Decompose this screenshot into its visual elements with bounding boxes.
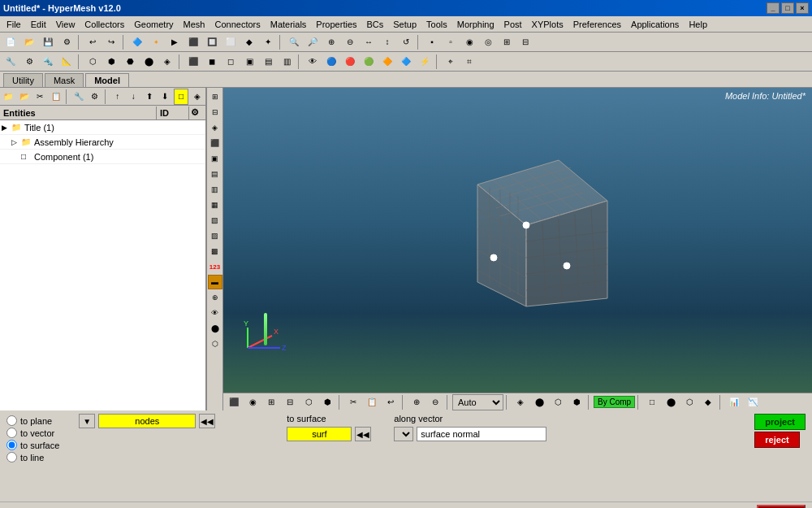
tb-btn-15[interactable]: 🔍 bbox=[285, 34, 303, 50]
tb2-btn-20[interactable]: 🔶 bbox=[378, 54, 396, 70]
tb2-btn-11[interactable]: ◼ bbox=[203, 54, 221, 70]
menu-collectors[interactable]: Collectors bbox=[80, 18, 129, 31]
tb-btn-16[interactable]: 🔎 bbox=[304, 34, 322, 50]
vt-btn-6[interactable]: ▤ bbox=[208, 167, 222, 181]
menu-mesh[interactable]: Mesh bbox=[179, 18, 210, 31]
tb-btn-7[interactable]: 🔷 bbox=[128, 34, 146, 50]
tb-btn-8[interactable]: 🔸 bbox=[147, 34, 165, 50]
vt-btn-12[interactable]: 123 bbox=[208, 259, 222, 274]
vt-btn-11[interactable]: ▩ bbox=[208, 244, 222, 258]
tb-btn-13[interactable]: ◆ bbox=[240, 34, 258, 50]
vt-btn-3[interactable]: ◈ bbox=[208, 120, 222, 135]
tb-btn-20[interactable]: ↕ bbox=[378, 34, 396, 50]
vt-btn-8[interactable]: ▦ bbox=[208, 198, 222, 212]
maximize-btn[interactable]: □ bbox=[781, 2, 794, 14]
tab-mask[interactable]: Mask bbox=[45, 73, 84, 87]
viewport-canvas[interactable] bbox=[223, 88, 812, 410]
tb-btn-4[interactable]: ⚙ bbox=[58, 34, 76, 50]
vt-btn-9[interactable]: ▧ bbox=[208, 213, 222, 228]
tb2-btn-2[interactable]: ⚙ bbox=[20, 54, 38, 70]
minimize-btn[interactable]: _ bbox=[767, 2, 780, 14]
tab-model[interactable]: Model bbox=[85, 73, 129, 87]
tb2-btn-13[interactable]: ▣ bbox=[240, 54, 258, 70]
tree-expand-title[interactable]: ▶ bbox=[2, 124, 11, 132]
nodes-nav-btn[interactable]: ◀◀ bbox=[199, 414, 215, 428]
tb2-btn-7[interactable]: ⬣ bbox=[121, 54, 139, 70]
vp-tb-btn-16[interactable]: □ bbox=[643, 394, 661, 410]
tb2-btn-4[interactable]: 📐 bbox=[58, 54, 76, 70]
vt-btn-5[interactable]: ▣ bbox=[208, 151, 222, 166]
tb2-btn-1[interactable]: 🔧 bbox=[2, 54, 19, 70]
menu-preferences[interactable]: Preferences bbox=[568, 18, 626, 31]
menu-help[interactable]: Help bbox=[684, 18, 712, 31]
vp-tb-btn-1[interactable]: ⬛ bbox=[225, 394, 243, 410]
tb-btn-6[interactable]: ↪ bbox=[102, 34, 120, 50]
tb2-btn-12[interactable]: ◻ bbox=[222, 54, 240, 70]
vp-tb-btn-15[interactable]: ⬢ bbox=[568, 394, 585, 410]
vt-btn-13[interactable]: ▬ bbox=[208, 275, 222, 289]
open-btn[interactable]: 📂 bbox=[20, 34, 38, 50]
tb2-btn-23[interactable]: ⌖ bbox=[442, 54, 460, 70]
lt-btn-1[interactable]: 📁 bbox=[1, 89, 16, 105]
menu-view[interactable]: View bbox=[51, 18, 80, 31]
menu-applications[interactable]: Applications bbox=[626, 18, 684, 31]
tb-btn-18[interactable]: ⊖ bbox=[341, 34, 359, 50]
project-btn[interactable]: project bbox=[754, 414, 806, 430]
lt-btn-11[interactable]: □ bbox=[174, 89, 189, 105]
tb-btn-9[interactable]: ▶ bbox=[166, 34, 184, 50]
vp-tb-btn-8[interactable]: 📋 bbox=[363, 394, 381, 410]
vt-btn-7[interactable]: ▥ bbox=[208, 182, 222, 197]
radio-line-input[interactable] bbox=[6, 452, 17, 462]
menu-tools[interactable]: Tools bbox=[421, 18, 452, 31]
lt-btn-7[interactable]: ↑ bbox=[110, 89, 125, 105]
tb-btn-24[interactable]: ◉ bbox=[460, 34, 478, 50]
reject-btn[interactable]: reject bbox=[754, 432, 799, 448]
vt-btn-1[interactable]: ⊞ bbox=[208, 89, 222, 104]
tree-row-title[interactable]: ▶ 📁 Title (1) bbox=[0, 120, 205, 135]
tb2-btn-22[interactable]: ⚡ bbox=[416, 54, 434, 70]
tree-expand-assembly[interactable]: ▷ bbox=[11, 138, 21, 146]
menu-bcs[interactable]: BCs bbox=[362, 18, 389, 31]
tb-btn-14[interactable]: ✦ bbox=[259, 34, 277, 50]
vp-tb-btn-2[interactable]: ◉ bbox=[244, 394, 261, 410]
menu-materials[interactable]: Materials bbox=[266, 18, 312, 31]
menu-setup[interactable]: Setup bbox=[388, 18, 421, 31]
return-btn[interactable]: return bbox=[757, 505, 806, 509]
lt-btn-5[interactable]: 🔧 bbox=[71, 89, 87, 105]
tb2-btn-6[interactable]: ⬢ bbox=[102, 54, 120, 70]
tb-btn-26[interactable]: ⊞ bbox=[498, 34, 516, 50]
lt-btn-8[interactable]: ↓ bbox=[126, 89, 141, 105]
along-dropdown[interactable]: ▼ bbox=[394, 427, 413, 441]
vp-tb-btn-17[interactable]: ⬤ bbox=[662, 394, 680, 410]
radio-plane-input[interactable] bbox=[6, 415, 17, 426]
tb2-btn-19[interactable]: 🟢 bbox=[360, 54, 378, 70]
lt-btn-4[interactable]: 📋 bbox=[49, 89, 64, 105]
menu-post[interactable]: Post bbox=[499, 18, 527, 31]
vp-tb-btn-21[interactable]: 📉 bbox=[744, 394, 762, 410]
tb2-btn-18[interactable]: 🔴 bbox=[341, 54, 359, 70]
tb-btn-17[interactable]: ⊕ bbox=[322, 34, 340, 50]
tree-row-assembly[interactable]: ▷ 📁 Assembly Hierarchy bbox=[0, 135, 205, 150]
tb-btn-25[interactable]: ◎ bbox=[479, 34, 497, 50]
menu-connectors[interactable]: Connectors bbox=[209, 18, 265, 31]
vp-tb-btn-4[interactable]: ⊟ bbox=[281, 394, 299, 410]
vt-btn-16[interactable]: ⬤ bbox=[208, 321, 222, 336]
tb-btn-21[interactable]: ↺ bbox=[397, 34, 415, 50]
radio-to-line[interactable]: to line bbox=[6, 452, 59, 462]
radio-to-vector[interactable]: to vector bbox=[6, 428, 59, 438]
tb2-btn-8[interactable]: ⬤ bbox=[140, 54, 158, 70]
tb2-btn-14[interactable]: ▤ bbox=[259, 54, 277, 70]
tb-btn-11[interactable]: 🔲 bbox=[203, 34, 221, 50]
tb2-btn-15[interactable]: ▥ bbox=[278, 54, 296, 70]
vt-btn-14[interactable]: ⊕ bbox=[208, 290, 222, 305]
vp-tb-btn-14[interactable]: ⬡ bbox=[549, 394, 567, 410]
close-btn[interactable]: × bbox=[796, 2, 809, 14]
lt-btn-9[interactable]: ⬆ bbox=[142, 89, 158, 105]
menu-edit[interactable]: Edit bbox=[26, 18, 51, 31]
tb-btn-5[interactable]: ↩ bbox=[84, 34, 102, 50]
nodes-field[interactable]: nodes bbox=[98, 414, 196, 428]
tb2-btn-17[interactable]: 🔵 bbox=[322, 54, 340, 70]
vp-tb-btn-10[interactable]: ⊕ bbox=[408, 394, 425, 410]
menu-geometry[interactable]: Geometry bbox=[129, 18, 178, 31]
menu-xyplots[interactable]: XYPlots bbox=[527, 18, 568, 31]
